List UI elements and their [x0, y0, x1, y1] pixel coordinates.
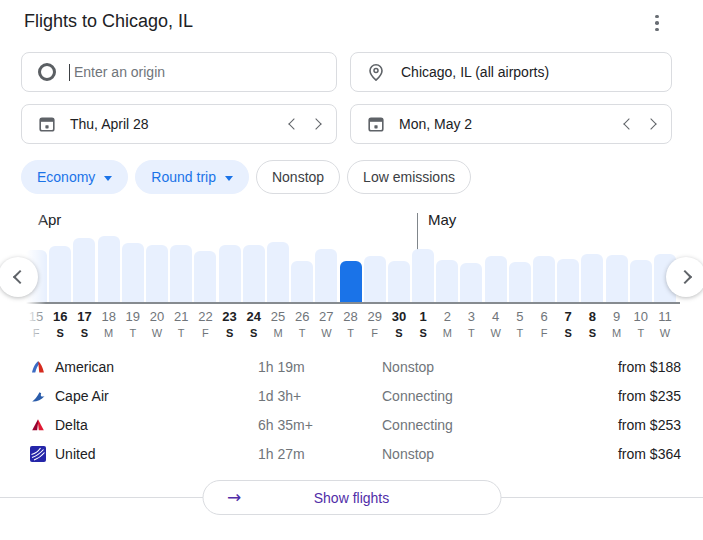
day-number: 20 [150, 310, 164, 324]
day-number: 1 [419, 310, 426, 324]
origin-field[interactable] [21, 52, 337, 92]
chart-day-apr-22[interactable]: 22F [193, 212, 217, 339]
price-bar [243, 245, 265, 302]
scroll-right-button[interactable] [666, 257, 703, 297]
price-bar-wrap [122, 212, 144, 302]
chart-day-apr-27[interactable]: 27W [314, 212, 338, 339]
price-bar-wrap [340, 212, 362, 302]
chart-day-apr-21[interactable]: 21T [169, 212, 193, 339]
price-bar-wrap [388, 212, 410, 302]
chart-day-apr-23[interactable]: 23S [218, 212, 242, 339]
chart-day-apr-16[interactable]: 16S [48, 212, 72, 339]
filter-chip-low-emissions[interactable]: Low emissions [347, 160, 471, 194]
depart-date-field[interactable]: Thu, April 28 [21, 104, 337, 144]
chart-day-may-10[interactable]: 10T [629, 212, 653, 339]
united-logo [30, 446, 46, 462]
day-of-week: T [299, 327, 306, 339]
chevron-down-icon [104, 176, 112, 181]
chart-day-apr-24[interactable]: 24S [242, 212, 266, 339]
chart-day-may-6[interactable]: 6F [532, 212, 556, 339]
origin-input[interactable] [72, 63, 324, 81]
show-flights-button[interactable]: → Show flights [202, 480, 501, 515]
day-number: 21 [174, 310, 188, 324]
chart-day-may-5[interactable]: 5T [508, 212, 532, 339]
day-of-week: S [565, 327, 572, 339]
chart-day-may-8[interactable]: 8S [580, 212, 604, 339]
price-bar-wrap [460, 212, 482, 302]
chart-day-may-3[interactable]: 3T [459, 212, 483, 339]
chart-day-may-1[interactable]: 1S [411, 212, 435, 339]
day-number: 25 [271, 310, 285, 324]
previous-date-icon[interactable] [623, 118, 634, 129]
price-bar [194, 251, 216, 302]
chart-day-apr-28[interactable]: 28T [338, 212, 362, 339]
chevron-down-icon [225, 176, 233, 181]
kebab-menu-icon[interactable] [648, 13, 666, 33]
flight-list: American1h 19mNonstopfrom $188Cape Air1d… [0, 352, 703, 468]
chart-day-apr-20[interactable]: 20W [145, 212, 169, 339]
day-number: 10 [634, 310, 648, 324]
price-bar-wrap [243, 212, 265, 302]
day-number: 23 [222, 310, 236, 324]
price-bar-wrap [436, 212, 458, 302]
day-number: 5 [516, 310, 523, 324]
price-bar-wrap [509, 212, 531, 302]
day-of-week: M [273, 327, 282, 339]
day-number: 27 [319, 310, 333, 324]
day-number: 6 [540, 310, 547, 324]
price-bar-wrap [557, 212, 579, 302]
flight-price: from $253 [601, 417, 681, 433]
price-bar [315, 249, 337, 302]
filter-chip-round-trip[interactable]: Round trip [135, 160, 249, 194]
chart-day-apr-19[interactable]: 19T [121, 212, 145, 339]
flight-duration: 6h 35m+ [258, 417, 382, 433]
day-number: 8 [589, 310, 596, 324]
flight-row-united[interactable]: United1h 27mNonstopfrom $364 [0, 439, 703, 468]
airline-name: Delta [55, 417, 258, 433]
destination-input[interactable] [399, 63, 659, 81]
chart-day-apr-26[interactable]: 26T [290, 212, 314, 339]
day-number: 9 [613, 310, 620, 324]
chart-day-may-4[interactable]: 4W [484, 212, 508, 339]
day-of-week: W [321, 327, 331, 339]
chart-day-may-9[interactable]: 9M [605, 212, 629, 339]
flight-row-delta[interactable]: Delta6h 35m+Connectingfrom $253 [0, 410, 703, 439]
day-of-week: F [202, 327, 209, 339]
chart-day-apr-30[interactable]: 30S [387, 212, 411, 339]
flight-stops: Connecting [382, 388, 601, 404]
price-bar-wrap [49, 212, 71, 302]
next-date-icon[interactable] [645, 118, 656, 129]
filter-chip-economy[interactable]: Economy [21, 160, 128, 194]
airline-name: United [55, 446, 258, 462]
return-date-field[interactable]: Mon, May 2 [350, 104, 672, 144]
chart-day-apr-18[interactable]: 18M [97, 212, 121, 339]
return-date-value: Mon, May 2 [399, 116, 625, 132]
text-caret [69, 64, 70, 81]
chart-day-may-7[interactable]: 7S [556, 212, 580, 339]
next-date-icon[interactable] [310, 118, 321, 129]
flights-widget: Flights to Chicago, IL Thu, April 28 Mon… [0, 0, 703, 540]
show-flights-label: Show flights [314, 490, 389, 506]
chart-day-apr-17[interactable]: 17S [72, 212, 96, 339]
day-of-week: M [104, 327, 113, 339]
filter-chips: EconomyRound tripNonstopLow emissions [21, 160, 471, 194]
flight-row-cape-air[interactable]: Cape Air1d 3h+Connectingfrom $235 [0, 381, 703, 410]
chart-day-may-2[interactable]: 2M [435, 212, 459, 339]
filter-chip-nonstop[interactable]: Nonstop [256, 160, 340, 194]
day-number: 22 [198, 310, 212, 324]
price-bar-wrap [194, 212, 216, 302]
price-bar [170, 245, 192, 302]
destination-field[interactable] [350, 52, 672, 92]
flight-row-american[interactable]: American1h 19mNonstopfrom $188 [0, 352, 703, 381]
chart-day-apr-29[interactable]: 29F [363, 212, 387, 339]
chip-label: Nonstop [272, 169, 324, 185]
previous-date-icon[interactable] [288, 118, 299, 129]
day-of-week: S [419, 327, 426, 339]
flight-stops: Connecting [382, 417, 601, 433]
price-bar [388, 261, 410, 302]
price-bar-wrap [606, 212, 628, 302]
day-of-week: W [490, 327, 500, 339]
day-number: 18 [101, 310, 115, 324]
day-of-week: S [226, 327, 233, 339]
chart-day-apr-25[interactable]: 25M [266, 212, 290, 339]
